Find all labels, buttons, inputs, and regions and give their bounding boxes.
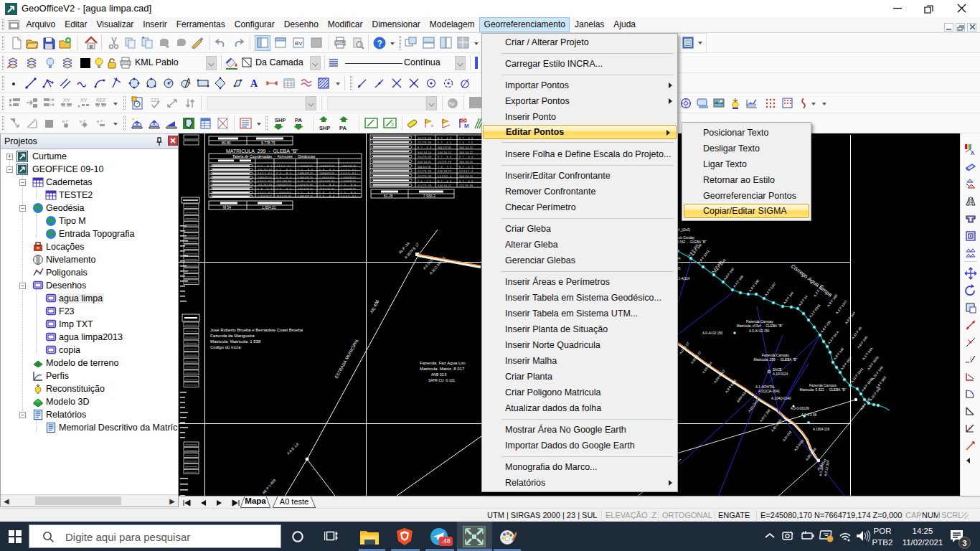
svg-text:7.663.677.15: 7.663.677.15: [298, 172, 313, 175]
svg-text:A 1804 118: A 1804 118: [813, 428, 830, 431]
svg-text:20278.98: 20278.98: [418, 170, 431, 173]
svg-text:Matricula: Matricula: 1 558: Matricula: Matricula: 1 558: [210, 339, 261, 344]
svg-text:A.0-2410: A.0-2410: [793, 438, 805, 451]
svg-text:PA: PA: [339, 125, 347, 131]
svg-text:243.679.30: 243.679.30: [276, 195, 291, 198]
svg-text:A.0 P 868: A.0 P 868: [875, 375, 887, 389]
svg-text:Fazenda Campay: Fazenda Campay: [746, 320, 773, 324]
svg-text:XY: XY: [80, 98, 88, 103]
svg-text:2457.91: 2457.91: [258, 180, 272, 183]
svg-text:344.34.22: 344.34.22: [459, 175, 473, 178]
svg-text:eeds Conday: eeds Conday: [675, 236, 695, 240]
svg-text:Código do Incra:: Código do Incra:: [210, 345, 242, 349]
svg-text:50342.4: 50342.4: [459, 170, 473, 173]
svg-text:A.4 P 346: A.4 P 346: [732, 274, 745, 288]
svg-text:Córrego Agua Limpa: Córrego Agua Limpa: [790, 263, 834, 298]
svg-text:1.00003121: 1.00003121: [298, 165, 313, 168]
svg-text:1.00003121: 1.00003121: [258, 195, 272, 198]
svg-text:75.86: 75.86: [258, 165, 272, 168]
svg-text:87.43: 87.43: [459, 166, 473, 169]
svg-text:20278.98: 20278.98: [418, 137, 431, 140]
svg-text:97.43: 97.43: [459, 156, 473, 159]
svg-text:7.663.677.15: 7.663.677.15: [276, 184, 291, 187]
svg-text:Fazenda Faz Agua Lim: Fazenda Faz Agua Lim: [420, 361, 466, 365]
svg-text:ANB 03.9: ANB 03.9: [431, 372, 447, 377]
svg-text:7.663.677.15: 7.663.677.15: [298, 176, 313, 179]
svg-text:344.34.22: 344.34.22: [438, 151, 451, 154]
svg-text:344.34.20: 344.34.20: [418, 161, 431, 164]
svg-text:7.663.677.15: 7.663.677.15: [258, 176, 272, 179]
svg-text:7.930.2: 7.930.2: [423, 194, 435, 198]
svg-text:20278.98: 20278.98: [459, 184, 473, 187]
svg-text:75.86: 75.86: [341, 192, 356, 194]
svg-text:75.86: 75.86: [298, 169, 313, 171]
svg-text:SHP: SHP: [319, 125, 330, 131]
svg-text:61.26: 61.26: [384, 194, 393, 198]
svg-text:243.679.30: 243.679.30: [319, 180, 334, 183]
svg-text:2457.91: 2457.91: [276, 165, 291, 168]
svg-text:A: A: [971, 150, 975, 156]
svg-text:123: 123: [151, 98, 159, 103]
svg-text:58.93: 58.93: [319, 192, 334, 194]
svg-text:Matricula: Matric. 8 017: Matricula: Matric. 8 017: [420, 367, 465, 371]
svg-text:344.197.81: 344.197.81: [418, 166, 431, 169]
svg-text:7.663.677.15: 7.663.677.15: [319, 165, 334, 168]
svg-text:A.2 P 0341: A.2 P 0341: [809, 303, 821, 318]
svg-text:2: 2: [391, 122, 394, 127]
svg-text:. 2.542 - GLEBA "B": . 2.542 - GLEBA "B": [675, 240, 707, 244]
svg-text:SACE: SACE: [773, 368, 782, 372]
svg-text:M: M: [464, 123, 469, 129]
svg-text:1.00003121: 1.00003121: [341, 180, 356, 183]
svg-text:50342.4: 50342.4: [438, 175, 451, 178]
svg-text:20278.98: 20278.98: [418, 184, 431, 187]
svg-text:75.86: 75.86: [276, 169, 291, 171]
svg-text:M 54: M 54: [223, 205, 231, 209]
svg-text:344.34.22: 344.34.22: [459, 151, 473, 154]
svg-text:Fazenda Campay: Fazenda Campay: [762, 354, 789, 357]
svg-text:A.0 P 239: A.0 P 239: [820, 319, 832, 333]
svg-text:Fazenda Campos: Fazenda Campos: [809, 384, 837, 387]
svg-text:75.86: 75.86: [319, 184, 334, 187]
svg-text:MATRICULA 299 - GLEBA "B": MATRICULA 299 - GLEBA "B": [226, 149, 298, 154]
svg-text:75.86: 75.86: [341, 184, 356, 187]
svg-text:7.663.677.15: 7.663.677.15: [298, 195, 313, 198]
svg-text:SATR CU -0 121: SATR CU -0 121: [428, 378, 455, 382]
svg-text:A.0 P 340: A.0 P 340: [748, 278, 760, 292]
svg-text:245.767.94: 245.767.94: [258, 169, 272, 171]
svg-text:A.0 P 946: A.0 P 946: [833, 347, 845, 360]
svg-text:20278.98: 20278.98: [418, 141, 431, 144]
svg-text:A.1 P 1347: A.1 P 1347: [764, 281, 777, 296]
svg-text:2457.91: 2457.91: [258, 192, 272, 194]
svg-text:A.10-0124: A.10-0124: [773, 372, 788, 376]
svg-text:AE P 1-408: AE P 1-408: [261, 478, 276, 495]
svg-text:Alç 408: Alç 408: [369, 298, 380, 314]
svg-text:A: A: [250, 78, 258, 89]
svg-text:1.654.21: 1.654.21: [262, 205, 276, 209]
svg-text:A.0=2 396: A.0=2 396: [759, 408, 771, 423]
svg-text:A.0-0-0310N: A.0-0-0310N: [791, 407, 809, 410]
svg-text:75.86: 75.86: [276, 188, 291, 191]
svg-text:75.86: 75.86: [319, 195, 334, 198]
svg-text:245.767.94: 245.767.94: [258, 184, 272, 187]
svg-text:fsr: fsr: [449, 101, 455, 106]
svg-text:A.0-A/-02 150: A.0-A/-02 150: [749, 329, 770, 333]
svg-text:A.0(1C)4-0041: A.0(1C)4-0041: [758, 390, 781, 393]
svg-text:Matricula: d Ref - GLEBA "B": Matricula: d Ref - GLEBA "B": [737, 324, 783, 328]
svg-text:243.679.30: 243.679.30: [298, 184, 313, 187]
svg-text:BV: BV: [295, 40, 303, 47]
svg-text:A.0-A/-02 150: A.0-A/-02 150: [702, 331, 723, 335]
svg-text:1.00003121: 1.00003121: [341, 176, 356, 179]
svg-text:58.93: 58.93: [258, 188, 272, 191]
svg-text:+: +: [430, 123, 434, 129]
svg-text:58.93: 58.93: [276, 176, 291, 179]
svg-text:80.80: 80.80: [222, 141, 231, 145]
svg-text:20278.98: 20278.98: [418, 175, 431, 178]
svg-text:58.93: 58.93: [298, 180, 313, 183]
svg-text:9.778.75: 9.778.75: [261, 141, 275, 145]
svg-text:A.12 P 46: A.12 P 46: [851, 326, 863, 339]
svg-text:87.43: 87.43: [438, 137, 451, 140]
svg-text:7.663.677.15: 7.663.677.15: [341, 165, 356, 168]
svg-text:2457.91: 2457.91: [341, 195, 356, 198]
svg-text:243.679.30: 243.679.30: [298, 188, 313, 191]
svg-text:75.86: 75.86: [298, 192, 313, 194]
